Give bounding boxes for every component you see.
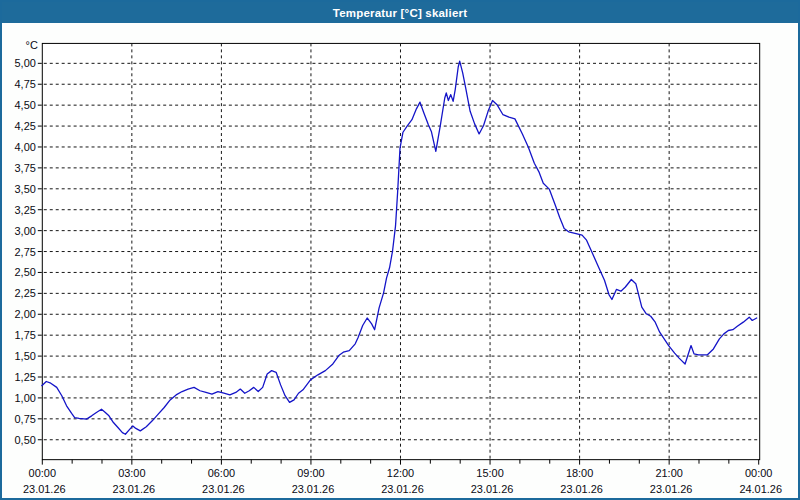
- temperature-chart: 5,004,754,504,254,003,753,503,253,002,75…: [2, 23, 798, 498]
- svg-text:23.01.26: 23.01.26: [113, 483, 156, 495]
- svg-text:2,00: 2,00: [15, 308, 36, 320]
- svg-text:2,50: 2,50: [15, 266, 36, 278]
- svg-text:23.01.26: 23.01.26: [202, 483, 245, 495]
- svg-text:00:00: 00:00: [29, 467, 56, 479]
- app-window: Temperatur [°C] skaliert 5,004,754,504,2…: [0, 0, 800, 500]
- svg-text:21:00: 21:00: [655, 467, 682, 479]
- svg-text:1,00: 1,00: [15, 392, 36, 404]
- svg-text:2,25: 2,25: [15, 287, 36, 299]
- svg-text:18:00: 18:00: [566, 467, 593, 479]
- svg-text:00:00: 00:00: [745, 467, 772, 479]
- svg-text:1,75: 1,75: [15, 329, 36, 341]
- window-title: Temperatur [°C] skaliert: [333, 7, 467, 19]
- svg-text:23.01.26: 23.01.26: [560, 483, 603, 495]
- svg-text:°C: °C: [26, 39, 38, 51]
- svg-text:03:00: 03:00: [118, 467, 145, 479]
- svg-text:12:00: 12:00: [387, 467, 414, 479]
- svg-text:2,75: 2,75: [15, 246, 36, 258]
- svg-text:23.01.26: 23.01.26: [471, 483, 514, 495]
- svg-text:4,00: 4,00: [15, 141, 36, 153]
- svg-text:4,50: 4,50: [15, 99, 36, 111]
- svg-text:5,00: 5,00: [15, 57, 36, 69]
- svg-text:3,75: 3,75: [15, 162, 36, 174]
- line-chart-svg: 5,004,754,504,254,003,753,503,253,002,75…: [2, 23, 798, 498]
- svg-text:1,25: 1,25: [15, 371, 36, 383]
- svg-text:0,75: 0,75: [15, 413, 36, 425]
- svg-text:4,25: 4,25: [15, 120, 36, 132]
- svg-text:3,50: 3,50: [15, 183, 36, 195]
- svg-text:23.01.26: 23.01.26: [650, 483, 693, 495]
- svg-text:3,00: 3,00: [15, 225, 36, 237]
- svg-text:15:00: 15:00: [476, 467, 503, 479]
- svg-text:09:00: 09:00: [297, 467, 324, 479]
- svg-text:24.01.26: 24.01.26: [739, 483, 782, 495]
- window-title-bar[interactable]: Temperatur [°C] skaliert: [2, 2, 798, 23]
- svg-text:4,75: 4,75: [15, 78, 36, 90]
- svg-text:06:00: 06:00: [208, 467, 235, 479]
- svg-text:23.01.26: 23.01.26: [292, 483, 335, 495]
- svg-text:23.01.26: 23.01.26: [381, 483, 424, 495]
- svg-text:23.01.26: 23.01.26: [23, 483, 66, 495]
- svg-text:1,50: 1,50: [15, 350, 36, 362]
- svg-text:0,50: 0,50: [15, 434, 36, 446]
- svg-text:3,25: 3,25: [15, 204, 36, 216]
